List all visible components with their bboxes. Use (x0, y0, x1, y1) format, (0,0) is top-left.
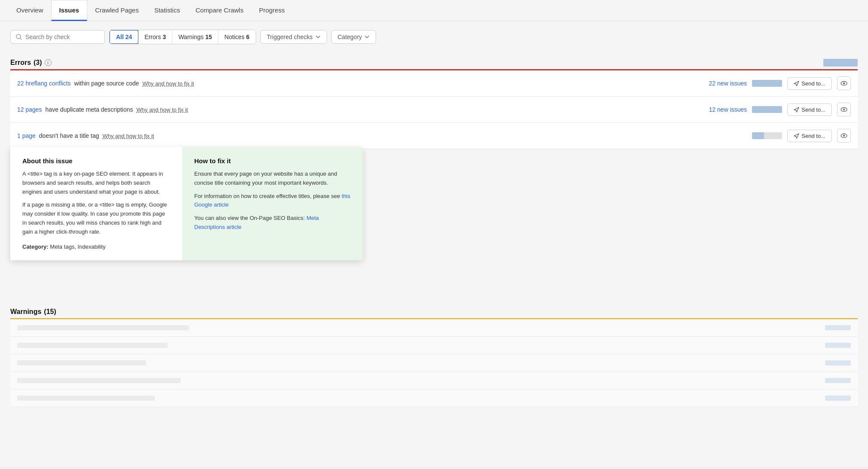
filter-warnings-button[interactable]: Warnings 15 (172, 30, 218, 44)
main-content: All 24 Errors 3 Warnings 15 Notices 6 Tr… (0, 21, 868, 466)
tooltip-left-title: About this issue (22, 157, 170, 164)
filter-group: All 24 Errors 3 Warnings 15 Notices 6 (109, 30, 256, 44)
hreflang-why-fix[interactable]: Why and how to fix it (143, 80, 194, 87)
tooltip-right: How to fix it Ensure that every page on … (182, 147, 363, 260)
info-icon[interactable]: i (45, 59, 52, 66)
eye-icon-3 (840, 132, 847, 139)
errors-bar (823, 59, 858, 67)
warning-row-2 (10, 337, 858, 354)
svg-point-3 (843, 82, 845, 84)
hreflang-send-button[interactable]: Send to... (787, 77, 832, 90)
tab-progress[interactable]: Progress (251, 0, 293, 21)
filter-errors-button[interactable]: Errors 3 (138, 30, 172, 44)
tab-overview[interactable]: Overview (9, 0, 51, 21)
warnings-spacer: Warnings (15) (10, 304, 858, 407)
title-tag-why-fix[interactable]: Why and how to fix it (103, 133, 154, 139)
title-tag-text: doesn't have a title tag (39, 132, 99, 139)
svg-line-1 (20, 38, 21, 40)
search-box (10, 30, 105, 44)
issue-row-meta-desc: 12 pages have duplicate meta description… (10, 97, 858, 123)
meta-desc-send-button[interactable]: Send to... (787, 104, 832, 116)
tooltip-left-text: A <title> tag is a key on-page SEO eleme… (22, 170, 170, 237)
meta-desc-text: have duplicate meta descriptions (46, 106, 133, 113)
tab-statistics[interactable]: Statistics (147, 0, 188, 21)
meta-desc-new-issues: 12 new issues (695, 106, 747, 113)
tooltip-left: About this issue A <title> tag is a key … (10, 147, 182, 260)
warnings-title: Warnings (10, 308, 41, 316)
title-tag-link[interactable]: 1 page (17, 132, 36, 139)
title-tag-send-button[interactable]: Send to... (787, 130, 832, 142)
warning-row-3 (10, 354, 858, 372)
triggered-checks-dropdown[interactable]: Triggered checks (260, 30, 327, 44)
title-tag-bar (752, 132, 782, 139)
warnings-count: (15) (44, 308, 56, 316)
errors-section: Errors (3) i 22 hreflang conflicts withi… (10, 55, 858, 407)
eye-icon (840, 80, 847, 87)
issue-row-title-tag: 1 page doesn't have a title tag Why and … (10, 123, 858, 149)
top-navigation: Overview Issues Crawled Pages Statistics… (0, 0, 868, 21)
chevron-down-icon (315, 34, 321, 40)
warning-row-4 (10, 372, 858, 390)
tab-compare-crawls[interactable]: Compare Crawls (188, 0, 251, 21)
tooltip-category: Category: Meta tags, Indexability (22, 244, 170, 250)
svg-point-7 (843, 135, 845, 137)
hreflang-new-issues: 22 new issues (695, 80, 747, 87)
search-input[interactable] (25, 34, 99, 40)
meta-desc-eye-button[interactable] (837, 103, 851, 116)
search-icon (16, 34, 22, 40)
tooltip-popup: About this issue A <title> tag is a key … (10, 147, 363, 260)
hreflang-link[interactable]: 22 hreflang conflicts (17, 80, 71, 87)
hreflang-eye-button[interactable] (837, 76, 851, 90)
tooltip-right-text: Ensure that every page on your website h… (194, 170, 351, 232)
filter-bar: All 24 Errors 3 Warnings 15 Notices 6 Tr… (10, 30, 858, 44)
meta-desc-why-fix[interactable]: Why and how to fix it (137, 107, 188, 113)
errors-count: (3) (34, 59, 42, 67)
tab-crawled-pages[interactable]: Crawled Pages (87, 0, 147, 21)
hreflang-bar (752, 80, 782, 87)
send-icon-2 (794, 107, 799, 113)
eye-icon-2 (840, 106, 847, 113)
send-icon (794, 81, 799, 86)
filter-all-button[interactable]: All 24 (109, 30, 139, 44)
issue-row-hreflang: 22 hreflang conflicts within page source… (10, 70, 858, 97)
meta-desc-link[interactable]: 12 pages (17, 106, 42, 113)
errors-section-header: Errors (3) i (10, 55, 858, 69)
hreflang-text: within page source code (74, 80, 139, 87)
meta-desc-bar (752, 106, 782, 113)
warning-row-5 (10, 390, 858, 407)
errors-title: Errors (10, 59, 31, 67)
filter-notices-button[interactable]: Notices 6 (218, 30, 255, 44)
warning-row-1 (10, 319, 858, 337)
warnings-section-header: Warnings (15) (10, 304, 858, 318)
title-tag-eye-button[interactable] (837, 129, 851, 143)
tooltip-right-title: How to fix it (194, 157, 351, 164)
chevron-down-icon-2 (364, 34, 370, 40)
send-icon-3 (794, 133, 799, 139)
category-dropdown[interactable]: Category (331, 30, 376, 44)
tab-issues[interactable]: Issues (51, 0, 88, 21)
svg-point-5 (843, 109, 845, 110)
